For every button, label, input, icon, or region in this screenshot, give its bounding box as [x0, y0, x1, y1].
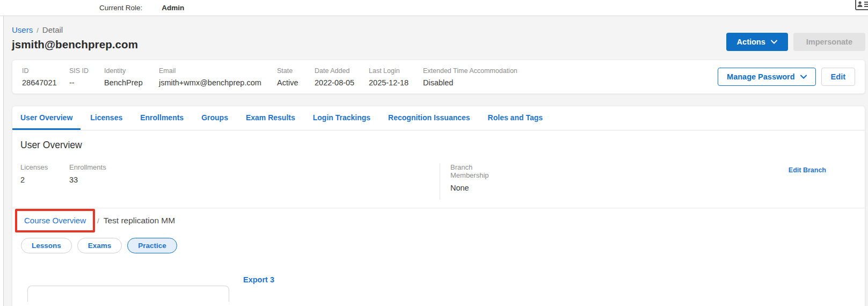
field-label: SIS ID — [69, 67, 104, 75]
user-info-card: ID 28647021 SIS ID -- Identity BenchPrep… — [12, 60, 865, 94]
manage-password-button[interactable]: Manage Password — [718, 68, 816, 86]
top-bar: Current Role: Admin — [0, 0, 868, 16]
field-last-login: Last Login 2025-12-18 — [369, 67, 423, 87]
header-buttons: Actions Impersonate — [726, 33, 865, 51]
field-email: Email jsmith+wmx@benchprep.com — [159, 67, 277, 87]
branch-membership-section: Branch Membership None Edit Branch — [440, 163, 865, 200]
tab-enrollments[interactable]: Enrollments — [132, 106, 192, 130]
tab-roles-and-tags[interactable]: Roles and Tags — [480, 106, 551, 130]
breadcrumb-separator: / — [37, 26, 39, 34]
tab-licenses[interactable]: Licenses — [82, 106, 130, 130]
actions-button-label: Actions — [737, 38, 765, 46]
course-breadcrumb-separator: / — [97, 217, 99, 225]
stat-label: Enrollments — [69, 163, 106, 171]
stat-value: None — [450, 184, 499, 192]
field-value: -- — [69, 78, 104, 87]
header-left: Users/Detail jsmith@benchprep.com — [12, 25, 138, 51]
collapsed-sidebar-strip — [0, 16, 4, 306]
course-overview-link[interactable]: Course Overview — [24, 216, 86, 225]
breadcrumb: Users/Detail — [12, 25, 138, 34]
tab-login-trackings[interactable]: Login Trackings — [305, 106, 378, 130]
breadcrumb-current: Detail — [42, 25, 63, 34]
field-label: State — [277, 67, 315, 75]
page-title: jsmith@benchprep.com — [12, 38, 138, 51]
practice-table-partial — [27, 286, 229, 302]
page: Users/Detail jsmith@benchprep.com Action… — [0, 16, 868, 306]
user-info-fields: ID 28647021 SIS ID -- Identity BenchPrep… — [22, 67, 718, 87]
course-breadcrumb: Course Overview / Test replication MM — [15, 209, 865, 232]
chevron-down-icon — [771, 40, 777, 44]
pill-practice[interactable]: Practice — [127, 238, 177, 253]
edit-branch-link[interactable]: Edit Branch — [789, 166, 826, 200]
contact-card-icon[interactable] — [855, 0, 868, 10]
stats-left: Licenses 2 Enrollments 33 — [12, 163, 440, 200]
manage-password-label: Manage Password — [727, 72, 795, 81]
impersonate-button[interactable]: Impersonate — [793, 33, 865, 51]
course-name: Test replication MM — [104, 216, 176, 225]
field-value: jsmith+wmx@benchprep.com — [159, 78, 277, 87]
field-value: 28647021 — [22, 78, 69, 87]
overview-stats: Licenses 2 Enrollments 33 Branch Members… — [12, 163, 865, 200]
field-label: Identity — [104, 67, 159, 75]
page-header: Users/Detail jsmith@benchprep.com Action… — [12, 16, 865, 51]
stat-value: 33 — [69, 176, 106, 184]
field-label: Email — [159, 67, 277, 75]
field-label: Last Login — [369, 67, 423, 75]
edit-button[interactable]: Edit — [821, 68, 855, 86]
export-link[interactable]: Export 3 — [243, 275, 274, 284]
tab-bar: User Overview Licenses Enrollments Group… — [12, 106, 865, 130]
stat-enrollments: Enrollments 33 — [69, 163, 106, 200]
field-value: Active — [277, 78, 315, 87]
annotation-red-box: Course Overview — [15, 209, 95, 232]
content-type-pills: Lessons Exams Practice — [21, 238, 865, 253]
field-identity: Identity BenchPrep — [104, 67, 159, 87]
pill-exams[interactable]: Exams — [77, 238, 122, 253]
field-sis-id: SIS ID -- — [69, 67, 104, 87]
actions-button[interactable]: Actions — [726, 33, 788, 51]
stat-label: Branch Membership — [450, 163, 499, 179]
stat-label: Licenses — [20, 163, 69, 171]
stat-licenses: Licenses 2 — [20, 163, 69, 200]
field-label: ID — [22, 67, 69, 75]
field-extended-time: Extended Time Accommodation Disabled — [423, 67, 517, 87]
breadcrumb-users-link[interactable]: Users — [12, 25, 33, 34]
user-detail-card: User Overview Licenses Enrollments Group… — [12, 106, 865, 306]
field-value: 2025-12-18 — [369, 78, 423, 87]
current-role-value: Admin — [162, 4, 184, 12]
section-heading: User Overview — [20, 140, 865, 151]
field-value: Disabled — [423, 78, 517, 87]
field-id: ID 28647021 — [22, 67, 69, 87]
tab-exam-results[interactable]: Exam Results — [238, 106, 303, 130]
field-date-added: Date Added 2022-08-05 — [315, 67, 369, 87]
field-state: State Active — [277, 67, 315, 87]
current-role-label: Current Role: — [99, 4, 142, 12]
info-card-buttons: Manage Password Edit — [718, 68, 855, 86]
section-divider — [12, 208, 865, 208]
field-label: Extended Time Accommodation — [423, 67, 517, 75]
tab-recognition-issuances[interactable]: Recognition Issuances — [380, 106, 478, 130]
stat-branch-membership: Branch Membership None — [450, 163, 499, 200]
tab-groups[interactable]: Groups — [193, 106, 236, 130]
field-label: Date Added — [315, 67, 369, 75]
chevron-down-icon — [800, 75, 807, 79]
pill-lessons[interactable]: Lessons — [21, 238, 72, 253]
stat-value: 2 — [20, 176, 69, 184]
field-value: 2022-08-05 — [315, 78, 369, 87]
tab-user-overview[interactable]: User Overview — [12, 106, 81, 130]
field-value: BenchPrep — [104, 78, 159, 87]
